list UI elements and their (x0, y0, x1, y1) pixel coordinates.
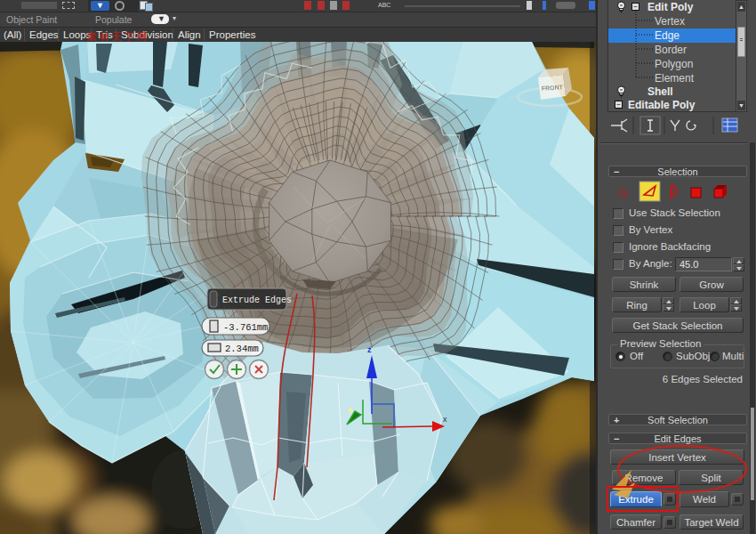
svg-text:-3.761mm: -3.761mm (223, 322, 268, 333)
svg-text:x: x (443, 415, 447, 424)
svg-text:z: z (367, 345, 372, 354)
svg-text:Extrude Edges: Extrude Edges (222, 295, 292, 305)
svg-text:2.34mm: 2.34mm (225, 344, 259, 354)
